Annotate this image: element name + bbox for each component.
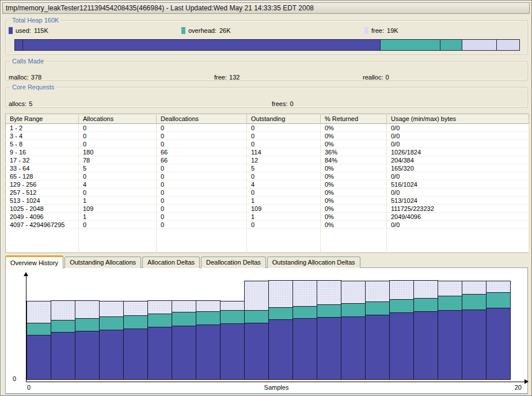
- view-title: tmp/memory_leakTester121139454208435(466…: [2, 2, 530, 14]
- bar-segment-free: [341, 281, 366, 304]
- bar-segment-overhead: [220, 310, 245, 324]
- bar-segment-used: [317, 317, 341, 380]
- col-allocations[interactable]: Allocations: [79, 114, 157, 124]
- col-usage[interactable]: Usage (min/max) bytes: [387, 114, 529, 124]
- bar-segment-free: [51, 300, 75, 320]
- bar-segment-free: [438, 281, 462, 296]
- history-tabbar: Overview History Outstanding Allocations…: [5, 255, 362, 268]
- overhead-value: 26K: [219, 27, 231, 34]
- table-row[interactable]: 3 - 40000%0/0: [6, 132, 529, 140]
- heap-segment-overhead: [380, 40, 439, 50]
- table-row[interactable]: 9 - 161806611436%1026/1824: [6, 148, 529, 156]
- chart-bar: [413, 280, 438, 380]
- heap-segment-used: [22, 40, 380, 50]
- used-label: used:: [16, 27, 31, 34]
- tab-overview-history[interactable]: Overview History: [5, 255, 63, 269]
- used-value: 115K: [34, 27, 48, 34]
- chart-bar: [365, 281, 390, 380]
- table-row[interactable]: 4097 - 42949672950000%0/0: [6, 221, 529, 229]
- used-swatch-icon: [9, 27, 13, 34]
- chart-bar: [292, 280, 317, 380]
- col-returned[interactable]: % Returned: [321, 114, 387, 124]
- table-row[interactable]: 1025 - 204810901090%111725/223232: [6, 205, 529, 213]
- chart-bar: [341, 281, 366, 380]
- bar-segment-used: [51, 332, 75, 380]
- chart-bar: [147, 300, 172, 380]
- bar-segment-free: [268, 280, 293, 308]
- bar-segment-free: [147, 300, 172, 314]
- table-header-row: Byte Range Allocations Deallocations Out…: [6, 114, 529, 124]
- bar-segment-used: [172, 326, 196, 380]
- bar-segment-free: [172, 300, 196, 312]
- bar-segment-overhead: [438, 296, 462, 311]
- col-outstanding[interactable]: Outstanding: [247, 114, 321, 124]
- malloc-stat: malloc:378: [9, 74, 41, 81]
- table-row[interactable]: 65 - 1280000%0/0: [6, 172, 529, 180]
- table-row[interactable]: 33 - 645050%165/320: [6, 164, 529, 172]
- bar-segment-overhead: [317, 304, 341, 318]
- total-heap-title: Total Heap 160K: [10, 17, 60, 24]
- bar-segment-overhead: [172, 312, 196, 326]
- bar-segment-overhead: [462, 294, 487, 310]
- bar-segment-free: [196, 300, 221, 312]
- col-deallocations[interactable]: Deallocations: [157, 114, 247, 124]
- x-axis-title: Samples: [26, 384, 527, 391]
- free-stat: free:132: [214, 74, 240, 81]
- chart-bar: [26, 301, 51, 380]
- x-axis-max-label: 20: [515, 384, 522, 391]
- bar-segment-overhead: [75, 318, 100, 331]
- table-row[interactable]: 513 - 10241010%513/1024: [6, 197, 529, 205]
- bar-segment-used: [220, 323, 245, 380]
- bar-segment-free: [413, 280, 438, 299]
- bar-segment-overhead: [413, 298, 438, 312]
- bar-segment-used: [123, 329, 148, 380]
- heap-segment-free: [496, 40, 519, 50]
- table-row[interactable]: 2049 - 40961010%2049/4096: [6, 213, 529, 221]
- legend-free: free: 19K: [364, 27, 398, 34]
- tab-deallocation-deltas[interactable]: Deallocation Deltas: [201, 257, 266, 268]
- bar-segment-used: [268, 319, 293, 380]
- chart-bar: [75, 300, 100, 380]
- bar-segment-used: [244, 323, 269, 380]
- chart-bar: [317, 280, 341, 380]
- calls-made-group: Calls Made malloc:378 free:132 realloc:0: [5, 58, 528, 81]
- allocs-stat: allocs:5: [9, 100, 32, 107]
- realloc-stat: realloc:0: [363, 74, 389, 81]
- x-axis: [26, 382, 527, 382]
- table-row[interactable]: 129 - 2564040%516/1024: [6, 180, 529, 188]
- overhead-swatch-icon: [181, 27, 185, 34]
- bar-segment-overhead: [268, 307, 293, 320]
- bar-segment-used: [413, 311, 438, 380]
- bar-segment-free: [462, 281, 487, 295]
- bar-segment-used: [26, 335, 51, 380]
- bar-segment-overhead: [389, 299, 414, 313]
- bar-segment-used: [365, 315, 390, 380]
- tab-outstanding-allocation-deltas[interactable]: Outstanding Allocation Deltas: [267, 257, 360, 268]
- core-requests-group: Core Requests allocs:5 frees:0: [5, 84, 528, 108]
- bar-segment-overhead: [123, 315, 148, 329]
- bar-segment-used: [462, 310, 487, 380]
- x-axis-arrow-icon: [525, 379, 529, 384]
- frees-stat: frees:0: [272, 100, 294, 107]
- bar-segment-used: [75, 331, 100, 380]
- bar-segment-used: [196, 325, 221, 380]
- memory-analysis-window: tmp/memory_leakTester121139454208435(466…: [0, 0, 532, 396]
- tab-outstanding-allocations[interactable]: Outstanding Allocations: [64, 257, 141, 268]
- chart-bars: [26, 280, 511, 380]
- table-row[interactable]: 5 - 80000%0/0: [6, 140, 529, 148]
- tab-allocation-deltas[interactable]: Allocation Deltas: [142, 257, 200, 268]
- bar-segment-free: [292, 280, 317, 307]
- bar-segment-used: [147, 327, 172, 380]
- bar-segment-overhead: [244, 310, 269, 323]
- table-row[interactable]: 257 - 5120000%0/0: [6, 188, 529, 197]
- bar-segment-free: [26, 301, 51, 323]
- col-byte-range[interactable]: Byte Range: [6, 114, 79, 124]
- table-row[interactable]: 1 - 20000%0/0: [6, 124, 529, 132]
- bar-segment-overhead: [486, 292, 511, 308]
- bar-segment-used: [389, 312, 414, 380]
- bar-segment-overhead: [196, 311, 221, 325]
- bar-segment-free: [99, 301, 124, 317]
- table-row[interactable]: 17 - 3278661284%204/384: [6, 156, 529, 164]
- total-heap-group: Total Heap 160K used: 115K overhead: 26K…: [5, 17, 528, 55]
- bar-segment-free: [220, 301, 245, 311]
